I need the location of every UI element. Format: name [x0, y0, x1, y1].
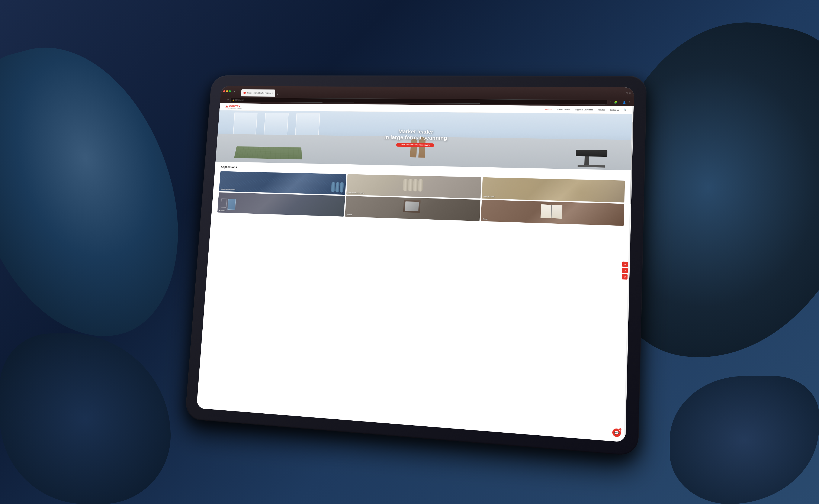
artworks-label: Artworks	[219, 209, 225, 211]
traffic-lights	[223, 90, 231, 92]
active-tab[interactable]: Contex - Market leader in larg... ×	[241, 89, 275, 97]
maps-background	[482, 177, 625, 203]
side-buttons: ★ ↗ ↺	[622, 262, 628, 280]
restore-window-button[interactable]: □	[625, 91, 628, 95]
url-text: contex.com	[235, 99, 244, 101]
address-reload-button[interactable]: ↺	[226, 98, 230, 101]
hero-text: Market leader in large format scanning L…	[384, 128, 448, 148]
artwork-canvas-2	[227, 199, 236, 210]
tab-close-button[interactable]: ×	[271, 92, 273, 94]
hero-scanner	[573, 150, 610, 168]
minimize-button[interactable]	[226, 90, 228, 92]
side-button-3[interactable]: ↺	[622, 274, 628, 280]
app-card-docs[interactable]: Documents to archive	[346, 174, 482, 198]
background-rock-bottom-right	[670, 376, 819, 504]
book-page-right	[552, 205, 563, 219]
docs-background	[346, 174, 482, 198]
hero-headline-line2: in large format scanning	[384, 134, 447, 141]
artwork-canvas-1	[220, 198, 227, 208]
photo-image	[405, 201, 419, 211]
profile-icon[interactable]: 👤	[622, 100, 627, 104]
logo-text: contex	[229, 105, 241, 108]
menu-icon[interactable]: ⋮	[628, 101, 632, 104]
browser-nav: ‹ ›	[233, 89, 239, 93]
tablet: ‹ › Contex - Market leader in larg... × …	[185, 75, 647, 456]
hero-headline: Market leader in large format scanning	[384, 128, 448, 141]
blueprint-roll-2	[335, 182, 339, 193]
hero-headline-line1: Market leader	[398, 128, 434, 135]
cad-blueprint-rolls	[331, 182, 344, 193]
new-tab-button[interactable]: +	[275, 92, 280, 97]
lock-icon: 🔒	[232, 99, 235, 101]
background-rock-left	[0, 23, 206, 361]
book-page-left	[541, 204, 552, 218]
hero-cta-button[interactable]: LEARN MORE ABOUT OUR PRODUCTS	[396, 143, 435, 147]
browser-controls: ─ □ ×	[622, 91, 631, 95]
download-icon[interactable]: ↓	[619, 100, 621, 104]
photos-background	[345, 196, 480, 221]
main-content: Applications	[196, 162, 632, 442]
blueprint-roll-1	[331, 182, 335, 193]
logo-triangle-icon	[225, 105, 228, 107]
nav-products[interactable]: Products	[545, 108, 553, 110]
back-button[interactable]: ‹	[233, 89, 236, 93]
contex-logo: contex THE SCANNER EXPERTS	[225, 105, 242, 109]
tablet-frame: ‹ › Contex - Market leader in larg... × …	[185, 75, 647, 456]
photo-album	[403, 200, 421, 213]
app-card-artworks[interactable]: Artworks	[217, 192, 345, 217]
site-logo[interactable]: contex THE SCANNER EXPERTS	[225, 105, 242, 109]
nav-support[interactable]: Support & Downloads	[575, 109, 593, 111]
nav-contact[interactable]: Contact us	[610, 109, 619, 111]
close-window-button[interactable]: ×	[629, 91, 631, 95]
side-button-1[interactable]: ★	[622, 262, 628, 267]
photos-label: Photos	[347, 214, 352, 216]
doc-roll-2	[408, 179, 413, 191]
app-card-maps[interactable]: Maps and GIS	[482, 177, 625, 203]
app-card-books[interactable]: Books	[481, 200, 624, 226]
cad-background	[219, 171, 346, 195]
star-icon: ★	[624, 263, 626, 266]
side-button-2[interactable]: ↗	[622, 268, 628, 273]
address-forward-button[interactable]: ›	[224, 98, 226, 101]
address-nav-buttons: ‹ › ↺	[222, 98, 229, 101]
close-button[interactable]	[223, 90, 225, 92]
maps-label: Maps and GIS	[484, 195, 495, 197]
website-content: contex THE SCANNER EXPERTS Products Prod…	[196, 103, 634, 442]
refresh-icon: ↺	[624, 275, 626, 278]
nav-product-selector[interactable]: Product selector	[557, 108, 570, 110]
forward-button[interactable]: ›	[236, 89, 239, 93]
minimize-window-button[interactable]: ─	[622, 91, 625, 95]
hero-section: Market leader in large format scanning L…	[215, 110, 633, 170]
applications-grid: CAD and engineering	[217, 171, 625, 226]
bookmark-icon[interactable]: ☆	[609, 100, 612, 104]
logo-name-row: contex	[225, 105, 241, 108]
maximize-button[interactable]	[229, 90, 231, 92]
tab-favicon	[243, 92, 246, 94]
site-nav-links: Products Product selector Support & Down…	[545, 108, 627, 111]
scanner-stand	[584, 156, 589, 165]
blueprint-roll-3	[339, 182, 344, 193]
search-icon[interactable]: 🔍	[624, 109, 627, 111]
scroll-arrow-icon[interactable]: ↓	[414, 161, 415, 164]
books-background	[481, 200, 624, 226]
hero-map-table	[234, 146, 302, 159]
share-icon: ↗	[624, 269, 626, 272]
doc-roll-4	[418, 179, 423, 191]
map-texture	[482, 177, 625, 203]
books-label: Books	[483, 218, 488, 220]
nav-about[interactable]: About us	[598, 109, 605, 111]
map-overlay	[234, 146, 302, 159]
logo-tagline: THE SCANNER EXPERTS	[228, 108, 242, 109]
artworks-background	[217, 192, 345, 217]
app-card-cad[interactable]: CAD and engineering	[219, 171, 346, 195]
address-input[interactable]: 🔒 contex.com	[230, 98, 607, 104]
extensions-icon[interactable]: 🧩	[613, 100, 618, 104]
tab-title: Contex - Market leader in larg...	[246, 92, 271, 94]
book-open	[541, 203, 562, 218]
background-rock-bottom-left	[0, 333, 171, 504]
app-card-photos[interactable]: Photos	[345, 196, 480, 221]
address-back-button[interactable]: ‹	[222, 98, 224, 101]
scanner-head	[576, 150, 608, 157]
address-actions: ☆ 🧩 ↓ 👤 ⋮	[609, 100, 631, 104]
doc-roll-1	[403, 179, 408, 191]
